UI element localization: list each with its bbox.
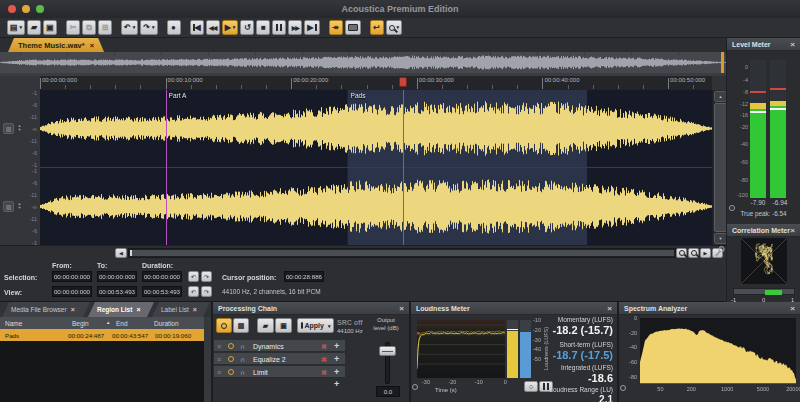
save-button[interactable]: ▣ bbox=[43, 20, 57, 35]
marker-label-part-a[interactable]: Part A bbox=[169, 92, 187, 99]
pause-button[interactable] bbox=[272, 20, 286, 35]
effect-name[interactable]: Dynamics bbox=[253, 343, 284, 350]
tab-label-list[interactable]: Label List× bbox=[152, 302, 210, 317]
scrub-playback-button[interactable]: ↠ bbox=[329, 20, 343, 35]
selection-from-field[interactable]: 00:00:00:000 bbox=[52, 271, 92, 282]
close-icon[interactable]: × bbox=[790, 226, 795, 235]
close-icon[interactable]: × bbox=[90, 41, 94, 50]
view-duration-field[interactable]: 00:00:53:493 bbox=[142, 286, 182, 297]
loop-selection-button[interactable]: ↩ bbox=[370, 20, 384, 35]
effect-row-equalize-2[interactable]: ≡∩Equalize 2✖+ bbox=[214, 353, 345, 365]
tab-media-file-browser[interactable]: Media File Browser× bbox=[2, 302, 90, 317]
horizontal-scroll-thumb[interactable] bbox=[130, 250, 674, 256]
selection-to-field[interactable]: 00:00:00:000 bbox=[97, 271, 137, 282]
channel-2-button[interactable]: ▥ bbox=[3, 201, 14, 212]
view-redo-button[interactable]: ↷ bbox=[201, 286, 212, 297]
effect-power-button[interactable] bbox=[228, 343, 234, 349]
tab-region-list[interactable]: Region List× bbox=[88, 302, 154, 317]
remove-effect-button[interactable]: ✖ bbox=[321, 369, 327, 377]
effect-row-limit[interactable]: ≡∩Limit✖+ bbox=[214, 366, 345, 378]
marker-label-pads[interactable]: Pads bbox=[351, 92, 366, 99]
close-icon[interactable]: × bbox=[136, 306, 140, 313]
loudness-x-axis-label: Time (s) bbox=[435, 387, 457, 393]
channel-1-button[interactable]: ▥ bbox=[3, 123, 14, 134]
marker-line-part-a[interactable] bbox=[166, 90, 167, 245]
overview-strip[interactable] bbox=[0, 52, 727, 73]
add-effect-button[interactable]: + bbox=[334, 354, 339, 364]
remove-effect-button[interactable]: ✖ bbox=[321, 343, 327, 351]
zoom-tool-button[interactable]: ▾ bbox=[386, 20, 403, 35]
editor-settings-button[interactable] bbox=[712, 248, 723, 258]
stop-button[interactable]: ■ bbox=[256, 20, 270, 35]
effect-name[interactable]: Limit bbox=[253, 369, 268, 376]
close-icon[interactable]: × bbox=[399, 304, 404, 313]
playhead-flag[interactable] bbox=[399, 77, 407, 87]
overview-view-edge[interactable] bbox=[721, 52, 724, 73]
zoom-in-button[interactable] bbox=[676, 248, 687, 258]
add-effect-button[interactable]: + bbox=[334, 379, 339, 389]
output-fader-thumb[interactable] bbox=[379, 346, 396, 356]
effect-power-button[interactable] bbox=[228, 356, 234, 362]
timeline-ruler[interactable]: 00:00:00:00000:00:10:00000:00:20:00000:0… bbox=[40, 76, 712, 90]
close-icon[interactable]: × bbox=[193, 306, 197, 313]
selection-duration-field[interactable]: 00:00:00:000 bbox=[142, 271, 182, 282]
monitor-button[interactable] bbox=[345, 20, 361, 35]
ruler-major-tick bbox=[291, 78, 292, 89]
selection-redo-button[interactable]: ↷ bbox=[201, 271, 212, 282]
close-icon[interactable]: × bbox=[790, 304, 795, 313]
region-row-pads[interactable]: Pads 00:00:24:487 00:00:43:547 00:00:19:… bbox=[0, 329, 204, 341]
add-effect-button[interactable]: + bbox=[334, 367, 339, 377]
col-end[interactable]: End bbox=[116, 320, 128, 327]
cursor-position-field[interactable]: 00:00:28:886 bbox=[284, 271, 324, 282]
tab-theme-music[interactable]: Theme Music.wav* × bbox=[8, 38, 104, 52]
record-button[interactable]: ● bbox=[167, 20, 181, 35]
effect-power-button[interactable] bbox=[228, 369, 234, 375]
col-name[interactable]: Name bbox=[5, 320, 22, 327]
selection-undo-button[interactable]: ↶ bbox=[188, 271, 199, 282]
loop-playback-button[interactable]: ↺ bbox=[240, 20, 254, 35]
paste-button[interactable]: ⊞ bbox=[98, 20, 112, 35]
cursor-line[interactable] bbox=[403, 90, 404, 245]
close-icon[interactable]: × bbox=[790, 40, 795, 49]
chain-power-button[interactable] bbox=[216, 318, 232, 333]
output-level-value[interactable]: 0.0 bbox=[376, 386, 400, 397]
chain-save-button[interactable]: ▣ bbox=[275, 318, 292, 333]
open-button[interactable]: ▰ bbox=[27, 20, 41, 35]
apply-button[interactable]: Apply ▾ bbox=[297, 318, 334, 333]
view-from-field[interactable]: 00:00:00:000 bbox=[52, 286, 92, 297]
play-button[interactable]: ▶▾ bbox=[222, 20, 239, 35]
new-file-button[interactable]: ▤▾ bbox=[7, 20, 25, 35]
vertical-scrollbar[interactable]: ▲ ▼ bbox=[712, 90, 727, 245]
view-to-field[interactable]: 00:00:53:493 bbox=[97, 286, 137, 297]
horizontal-scrollbar[interactable] bbox=[128, 248, 676, 258]
rewind-button[interactable]: ◀◀ bbox=[206, 20, 220, 35]
waveform-editor[interactable]: Part A Pads bbox=[40, 90, 712, 245]
zoom-menu-button[interactable]: ▶ bbox=[700, 248, 711, 258]
remove-effect-button[interactable]: ✖ bbox=[321, 356, 327, 364]
redo-button[interactable]: ↷▾ bbox=[140, 20, 157, 35]
level-meter-header: Level Meter × bbox=[727, 38, 800, 51]
tab-label: Theme Music.wav* bbox=[18, 41, 85, 50]
col-begin[interactable]: Begin bbox=[72, 320, 89, 327]
close-icon[interactable]: × bbox=[607, 304, 612, 313]
chain-new-button[interactable]: ▤ bbox=[233, 318, 249, 333]
col-duration[interactable]: Duration bbox=[154, 320, 179, 327]
undo-button[interactable]: ↶▾ bbox=[121, 20, 138, 35]
copy-button[interactable]: ⧉ bbox=[82, 20, 96, 35]
region-list-scrollbar[interactable] bbox=[204, 317, 211, 402]
cut-button[interactable]: ✂ bbox=[66, 20, 80, 35]
loudness-x-tick: -30 bbox=[420, 379, 432, 385]
view-undo-button[interactable]: ↶ bbox=[188, 286, 199, 297]
go-to-end-button[interactable]: ▶ bbox=[304, 20, 319, 35]
go-to-start-button[interactable]: ◀ bbox=[190, 20, 204, 35]
zoom-out-button[interactable] bbox=[688, 248, 699, 258]
chevron-down-icon: ▾ bbox=[233, 25, 236, 30]
fast-forward-button[interactable]: ▶▶ bbox=[288, 20, 302, 35]
add-effect-button[interactable]: + bbox=[334, 341, 339, 351]
effect-name[interactable]: Equalize 2 bbox=[253, 356, 286, 363]
effect-row-dynamics[interactable]: ≡∩Dynamics✖+ bbox=[214, 340, 345, 352]
db-scale-label: -6 bbox=[16, 228, 37, 234]
close-icon[interactable]: × bbox=[71, 306, 75, 313]
scroll-left-button[interactable]: ◀ bbox=[115, 248, 127, 258]
chain-open-button[interactable]: ▰ bbox=[257, 318, 274, 333]
